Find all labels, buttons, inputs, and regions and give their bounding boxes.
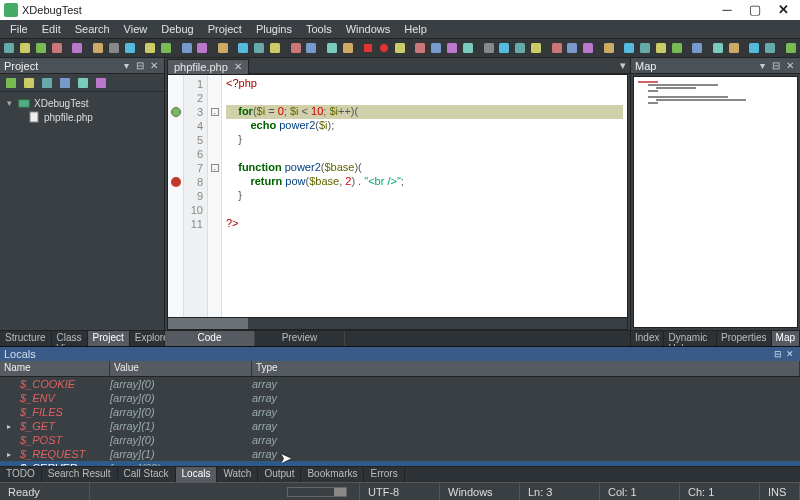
cut-icon[interactable]	[91, 40, 106, 56]
panel-pin-icon[interactable]: ⊟	[772, 349, 784, 359]
bottom-tab-bookmarks[interactable]: Bookmarks	[301, 467, 364, 482]
tree-file[interactable]: phpfile.php	[2, 110, 162, 124]
download-icon[interactable]	[726, 40, 741, 56]
locals-row[interactable]: ▸$_GET[array](1)array	[0, 419, 800, 433]
status-eol[interactable]: Windows	[440, 483, 520, 500]
stop-icon[interactable]	[361, 40, 376, 56]
fold-gutter[interactable]: --	[208, 75, 222, 317]
panel-pin-icon[interactable]: ⊟	[134, 60, 146, 71]
bottom-tab-locals[interactable]: Locals	[176, 467, 218, 482]
sync-icon[interactable]	[76, 76, 90, 90]
bottom-tab-watch[interactable]: Watch	[217, 467, 258, 482]
locals-table-body[interactable]: $_COOKIE[array](0)array$_ENV[array](0)ar…	[0, 377, 800, 466]
locals-row[interactable]: $_FILES[array](0)array	[0, 405, 800, 419]
status-col[interactable]: Col: 1	[600, 483, 680, 500]
open-file-icon[interactable]	[18, 40, 33, 56]
expand-icon[interactable]: ▸	[0, 422, 18, 431]
code-line[interactable]	[226, 91, 623, 105]
new-file-icon[interactable]	[2, 40, 17, 56]
menu-search[interactable]: Search	[69, 22, 116, 36]
settings-icon[interactable]	[94, 76, 108, 90]
undo-icon[interactable]	[143, 40, 158, 56]
menu-plugins[interactable]: Plugins	[250, 22, 298, 36]
underline-icon[interactable]	[513, 40, 528, 56]
align-right-icon[interactable]	[669, 40, 684, 56]
breakpoint-gutter[interactable]	[168, 75, 184, 317]
refresh-icon[interactable]	[40, 76, 54, 90]
menu-debug[interactable]: Debug	[155, 22, 199, 36]
panel-close-icon[interactable]: ✕	[784, 60, 796, 71]
locals-row[interactable]: $_COOKIE[array](0)array	[0, 377, 800, 391]
code-line[interactable]: <?php	[226, 77, 623, 91]
panel-menu-icon[interactable]: ▾	[756, 60, 768, 71]
menu-project[interactable]: Project	[202, 22, 248, 36]
minimize-button[interactable]: ─	[720, 3, 734, 17]
editor-hscrollbar[interactable]	[167, 318, 628, 330]
align-left-icon[interactable]	[638, 40, 653, 56]
bottom-tab-errors[interactable]: Errors	[364, 467, 404, 482]
panel-close-icon[interactable]: ✕	[784, 349, 796, 359]
right-tab-index[interactable]: Index	[631, 331, 664, 346]
italic-icon[interactable]	[497, 40, 512, 56]
open-ext-icon[interactable]	[710, 40, 725, 56]
help-icon[interactable]	[763, 40, 778, 56]
code-line[interactable]	[226, 203, 623, 217]
locals-row[interactable]: $_ENV[array](0)array	[0, 391, 800, 405]
status-ch[interactable]: Ch: 1	[680, 483, 760, 500]
bottom-tab-todo[interactable]: TODO	[0, 467, 42, 482]
column-name[interactable]: Name	[0, 361, 110, 376]
code-line[interactable]: echo power2($i);	[226, 119, 623, 133]
menu-edit[interactable]: Edit	[36, 22, 67, 36]
menu-file[interactable]: File	[4, 22, 34, 36]
panel-menu-icon[interactable]: ▾	[120, 60, 132, 71]
right-tab-properties[interactable]: Properties	[717, 331, 772, 346]
align-center-icon[interactable]	[653, 40, 668, 56]
close-button[interactable]: ✕	[776, 3, 790, 17]
code-line[interactable]: function power2($base)(	[226, 161, 623, 175]
exit-icon[interactable]	[783, 40, 798, 56]
step-over-icon[interactable]	[413, 40, 428, 56]
project-tree[interactable]: ▾ XDebugTest phpfile.php	[0, 92, 164, 330]
code-line[interactable]: for($i = 0; $i < 10; $i++)(	[226, 105, 623, 119]
code-minimap[interactable]	[633, 76, 798, 328]
bottom-tab-output[interactable]: Output	[258, 467, 301, 482]
comment-icon[interactable]	[325, 40, 340, 56]
bottom-tab-search-result[interactable]: Search Result	[42, 467, 118, 482]
plugin-icon[interactable]	[747, 40, 762, 56]
home-icon[interactable]	[58, 76, 72, 90]
code-line[interactable]: }	[226, 133, 623, 147]
outdent-icon[interactable]	[304, 40, 319, 56]
print-icon[interactable]	[70, 40, 85, 56]
expand-icon[interactable]: ▸	[0, 450, 18, 459]
expand-icon[interactable]: ▾	[4, 98, 14, 108]
sync-icon[interactable]	[581, 40, 596, 56]
column-type[interactable]: Type	[252, 361, 800, 376]
panel-close-icon[interactable]: ✕	[148, 60, 160, 71]
prev-bookmark-icon[interactable]	[252, 40, 267, 56]
record-icon[interactable]	[377, 40, 392, 56]
status-encoding[interactable]: UTF-8	[360, 483, 440, 500]
fold-toggle[interactable]: -	[211, 108, 219, 116]
right-tab-map[interactable]: Map	[772, 331, 800, 346]
copy-icon[interactable]	[106, 40, 121, 56]
grid-icon[interactable]	[601, 40, 616, 56]
indent-icon[interactable]	[288, 40, 303, 56]
play-icon[interactable]	[393, 40, 408, 56]
redo-icon[interactable]	[159, 40, 174, 56]
project-tab-class-view[interactable]: Class View	[52, 331, 88, 346]
maximize-button[interactable]: ▢	[748, 3, 762, 17]
status-line[interactable]: Ln: 3	[520, 483, 600, 500]
goto-icon[interactable]	[215, 40, 230, 56]
bold-icon[interactable]	[481, 40, 496, 56]
code-editor[interactable]: 1234567891011 -- <?php for($i = 0; $i < …	[167, 74, 628, 318]
project-tab-project[interactable]: Project	[88, 331, 130, 346]
step-out-icon[interactable]	[445, 40, 460, 56]
find-icon[interactable]	[179, 40, 194, 56]
save-all-icon[interactable]	[49, 40, 64, 56]
save-icon[interactable]	[34, 40, 49, 56]
editor-tab[interactable]: phpfile.php ✕	[167, 59, 249, 74]
code-line[interactable]: ?>	[226, 217, 623, 231]
link-icon[interactable]	[529, 40, 544, 56]
tab-dropdown-icon[interactable]: ▾	[616, 58, 630, 74]
replace-icon[interactable]	[195, 40, 210, 56]
